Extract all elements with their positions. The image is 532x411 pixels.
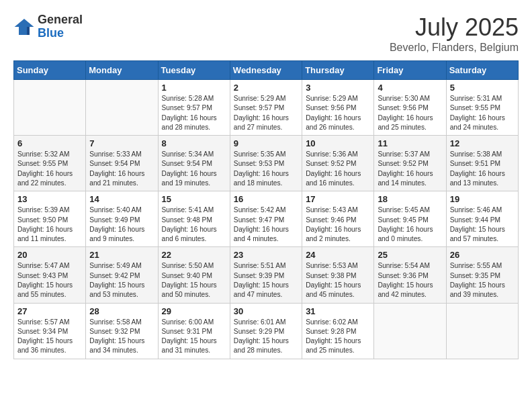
calendar-header-row: SundayMondayTuesdayWednesdayThursdayFrid… — [14, 61, 519, 80]
day-info: Sunrise: 5:47 AM Sunset: 9:43 PM Dayligh… — [17, 261, 82, 300]
day-info: Sunrise: 5:40 AM Sunset: 9:49 PM Dayligh… — [89, 205, 154, 244]
calendar-cell: 9Sunrise: 5:35 AM Sunset: 9:53 PM Daylig… — [230, 136, 302, 191]
calendar-cell: 29Sunrise: 6:00 AM Sunset: 9:31 PM Dayli… — [158, 303, 230, 359]
calendar-cell: 7Sunrise: 5:33 AM Sunset: 9:54 PM Daylig… — [86, 136, 158, 191]
calendar-cell: 14Sunrise: 5:40 AM Sunset: 9:49 PM Dayli… — [86, 191, 158, 247]
calendar-cell: 2Sunrise: 5:29 AM Sunset: 9:57 PM Daylig… — [230, 80, 302, 136]
calendar-cell: 12Sunrise: 5:38 AM Sunset: 9:51 PM Dayli… — [446, 136, 518, 191]
day-info: Sunrise: 5:32 AM Sunset: 9:55 PM Dayligh… — [17, 150, 82, 188]
page-header: General Blue July 2025 Beverlo, Flanders… — [13, 13, 519, 54]
day-number: 8 — [162, 138, 226, 148]
day-number: 13 — [17, 194, 82, 204]
day-number: 9 — [234, 138, 298, 148]
calendar-cell — [446, 303, 518, 359]
day-info: Sunrise: 6:00 AM Sunset: 9:31 PM Dayligh… — [162, 318, 226, 356]
day-info: Sunrise: 5:38 AM Sunset: 9:51 PM Dayligh… — [450, 150, 515, 188]
calendar-cell — [374, 303, 446, 359]
calendar-cell — [14, 80, 86, 136]
day-number: 29 — [162, 306, 226, 316]
calendar-cell: 1Sunrise: 5:28 AM Sunset: 9:57 PM Daylig… — [158, 80, 230, 136]
day-info: Sunrise: 5:49 AM Sunset: 9:42 PM Dayligh… — [89, 261, 154, 300]
calendar-cell: 11Sunrise: 5:37 AM Sunset: 9:52 PM Dayli… — [374, 136, 446, 191]
day-info: Sunrise: 5:54 AM Sunset: 9:36 PM Dayligh… — [378, 261, 442, 300]
day-info: Sunrise: 5:46 AM Sunset: 9:44 PM Dayligh… — [450, 205, 515, 244]
day-info: Sunrise: 5:41 AM Sunset: 9:48 PM Dayligh… — [162, 205, 226, 244]
calendar-cell: 25Sunrise: 5:54 AM Sunset: 9:36 PM Dayli… — [374, 247, 446, 303]
calendar-cell: 20Sunrise: 5:47 AM Sunset: 9:43 PM Dayli… — [14, 247, 86, 303]
day-info: Sunrise: 5:28 AM Sunset: 9:57 PM Dayligh… — [162, 94, 226, 132]
calendar-cell: 30Sunrise: 6:01 AM Sunset: 9:29 PM Dayli… — [230, 303, 302, 359]
day-info: Sunrise: 5:29 AM Sunset: 9:57 PM Dayligh… — [234, 94, 298, 132]
calendar-cell: 5Sunrise: 5:31 AM Sunset: 9:55 PM Daylig… — [446, 80, 518, 136]
day-info: Sunrise: 5:42 AM Sunset: 9:47 PM Dayligh… — [234, 205, 298, 244]
day-number: 17 — [306, 194, 370, 204]
calendar-cell: 28Sunrise: 5:58 AM Sunset: 9:32 PM Dayli… — [86, 303, 158, 359]
subtitle: Beverlo, Flanders, Belgium — [390, 42, 519, 54]
day-info: Sunrise: 5:31 AM Sunset: 9:55 PM Dayligh… — [450, 94, 515, 132]
day-number: 14 — [89, 194, 154, 204]
day-info: Sunrise: 5:34 AM Sunset: 9:54 PM Dayligh… — [162, 150, 226, 188]
day-number: 12 — [450, 138, 515, 148]
calendar-cell — [86, 80, 158, 136]
day-number: 16 — [234, 194, 298, 204]
day-info: Sunrise: 5:29 AM Sunset: 9:56 PM Dayligh… — [306, 94, 370, 132]
day-number: 2 — [234, 83, 298, 93]
logo-text: General Blue — [38, 13, 83, 40]
day-number: 1 — [162, 83, 226, 93]
day-number: 7 — [89, 138, 154, 148]
week-row-1: 1Sunrise: 5:28 AM Sunset: 9:57 PM Daylig… — [14, 80, 519, 136]
title-block: July 2025 Beverlo, Flanders, Belgium — [390, 13, 519, 54]
calendar-cell: 31Sunrise: 6:02 AM Sunset: 9:28 PM Dayli… — [302, 303, 374, 359]
day-info: Sunrise: 6:02 AM Sunset: 9:28 PM Dayligh… — [306, 318, 370, 356]
day-number: 6 — [17, 138, 82, 148]
week-row-3: 13Sunrise: 5:39 AM Sunset: 9:50 PM Dayli… — [14, 191, 519, 247]
day-info: Sunrise: 5:50 AM Sunset: 9:40 PM Dayligh… — [162, 261, 226, 300]
day-number: 22 — [162, 250, 226, 260]
day-number: 31 — [306, 306, 370, 316]
day-header-sunday: Sunday — [14, 61, 86, 80]
calendar-cell: 4Sunrise: 5:30 AM Sunset: 9:56 PM Daylig… — [374, 80, 446, 136]
calendar-cell: 15Sunrise: 5:41 AM Sunset: 9:48 PM Dayli… — [158, 191, 230, 247]
main-title: July 2025 — [390, 13, 519, 42]
day-number: 28 — [89, 306, 154, 316]
week-row-2: 6Sunrise: 5:32 AM Sunset: 9:55 PM Daylig… — [14, 136, 519, 191]
day-number: 27 — [17, 306, 82, 316]
calendar-cell: 26Sunrise: 5:55 AM Sunset: 9:35 PM Dayli… — [446, 247, 518, 303]
day-number: 11 — [378, 138, 442, 148]
calendar-cell: 19Sunrise: 5:46 AM Sunset: 9:44 PM Dayli… — [446, 191, 518, 247]
day-number: 26 — [450, 250, 515, 260]
calendar-cell: 17Sunrise: 5:43 AM Sunset: 9:46 PM Dayli… — [302, 191, 374, 247]
day-info: Sunrise: 5:45 AM Sunset: 9:45 PM Dayligh… — [378, 205, 442, 244]
day-header-thursday: Thursday — [302, 61, 374, 80]
day-header-monday: Monday — [86, 61, 158, 80]
calendar-cell: 3Sunrise: 5:29 AM Sunset: 9:56 PM Daylig… — [302, 80, 374, 136]
calendar-cell: 6Sunrise: 5:32 AM Sunset: 9:55 PM Daylig… — [14, 136, 86, 191]
day-number: 15 — [162, 194, 226, 204]
week-row-5: 27Sunrise: 5:57 AM Sunset: 9:34 PM Dayli… — [14, 303, 519, 359]
day-info: Sunrise: 5:39 AM Sunset: 9:50 PM Dayligh… — [17, 205, 82, 244]
day-info: Sunrise: 5:43 AM Sunset: 9:46 PM Dayligh… — [306, 205, 370, 244]
day-info: Sunrise: 5:30 AM Sunset: 9:56 PM Dayligh… — [378, 94, 442, 132]
day-info: Sunrise: 5:55 AM Sunset: 9:35 PM Dayligh… — [450, 261, 515, 300]
day-info: Sunrise: 5:35 AM Sunset: 9:53 PM Dayligh… — [234, 150, 298, 188]
day-number: 19 — [450, 194, 515, 204]
calendar-cell: 16Sunrise: 5:42 AM Sunset: 9:47 PM Dayli… — [230, 191, 302, 247]
day-number: 23 — [234, 250, 298, 260]
day-number: 3 — [306, 83, 370, 93]
calendar-cell: 8Sunrise: 5:34 AM Sunset: 9:54 PM Daylig… — [158, 136, 230, 191]
day-number: 30 — [234, 306, 298, 316]
calendar-cell: 10Sunrise: 5:36 AM Sunset: 9:52 PM Dayli… — [302, 136, 374, 191]
day-info: Sunrise: 5:53 AM Sunset: 9:38 PM Dayligh… — [306, 261, 370, 300]
day-info: Sunrise: 5:57 AM Sunset: 9:34 PM Dayligh… — [17, 318, 82, 356]
day-info: Sunrise: 5:33 AM Sunset: 9:54 PM Dayligh… — [89, 150, 154, 188]
day-number: 10 — [306, 138, 370, 148]
day-number: 24 — [306, 250, 370, 260]
calendar-cell: 27Sunrise: 5:57 AM Sunset: 9:34 PM Dayli… — [14, 303, 86, 359]
day-number: 18 — [378, 194, 442, 204]
day-info: Sunrise: 5:36 AM Sunset: 9:52 PM Dayligh… — [306, 150, 370, 188]
day-info: Sunrise: 6:01 AM Sunset: 9:29 PM Dayligh… — [234, 318, 298, 356]
calendar-cell: 22Sunrise: 5:50 AM Sunset: 9:40 PM Dayli… — [158, 247, 230, 303]
calendar-cell: 13Sunrise: 5:39 AM Sunset: 9:50 PM Dayli… — [14, 191, 86, 247]
day-header-wednesday: Wednesday — [230, 61, 302, 80]
day-info: Sunrise: 5:51 AM Sunset: 9:39 PM Dayligh… — [234, 261, 298, 300]
